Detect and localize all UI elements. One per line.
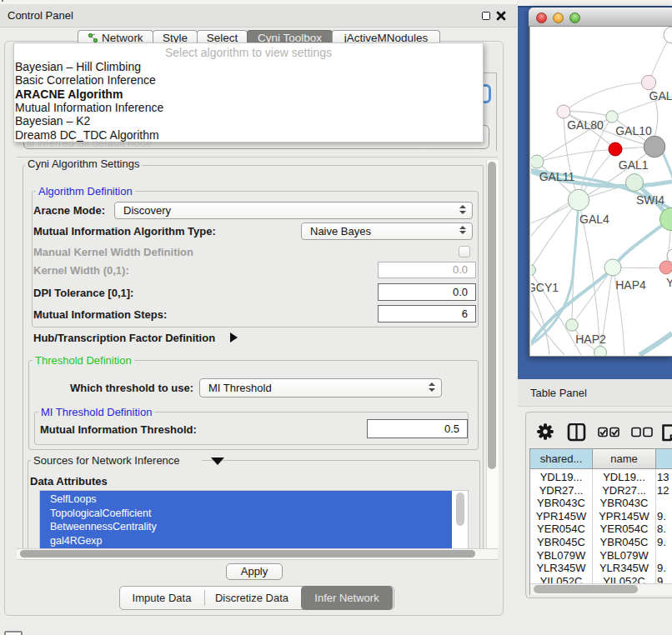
svg-text:GCY1: GCY1 [531,281,559,294]
svg-text:GAL1: GAL1 [619,158,649,172]
svg-text:SWI4: SWI4 [636,193,664,207]
svg-text:HAP4: HAP4 [615,278,646,292]
svg-text:GAL4: GAL4 [579,212,609,226]
svg-text:Y: Y [666,276,672,289]
svg-text:GAL80: GAL80 [567,118,604,132]
svg-text:HAP2: HAP2 [575,332,606,346]
svg-text:GAL10: GAL10 [615,124,652,138]
svg-text:GAL7: GAL7 [649,89,672,102]
svg-text:GAL11: GAL11 [539,170,575,183]
